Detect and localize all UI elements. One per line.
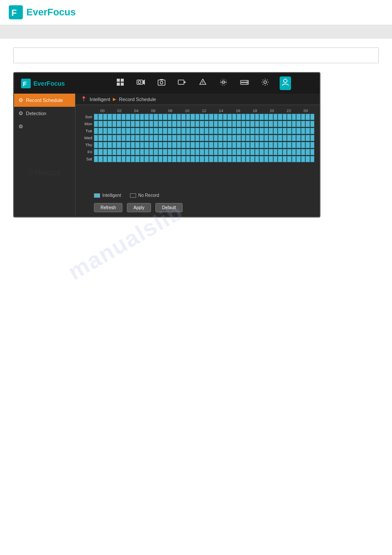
schedule-cell[interactable] — [94, 142, 98, 148]
schedule-cell[interactable] — [227, 114, 231, 120]
schedule-cell[interactable] — [112, 114, 116, 120]
schedule-cell[interactable] — [259, 114, 263, 120]
schedule-cell[interactable] — [283, 156, 287, 162]
schedule-cell[interactable] — [259, 135, 263, 141]
schedule-cell[interactable] — [306, 128, 309, 134]
schedule-cell[interactable] — [195, 142, 199, 148]
schedule-cell[interactable] — [168, 149, 172, 155]
schedule-cell[interactable] — [117, 149, 121, 155]
schedule-cell[interactable] — [103, 156, 107, 162]
schedule-cell[interactable] — [131, 156, 135, 162]
schedule-cell[interactable] — [246, 128, 250, 134]
schedule-cell[interactable] — [255, 142, 259, 148]
schedule-cell[interactable] — [223, 135, 227, 141]
schedule-cell[interactable] — [227, 135, 231, 141]
schedule-cell[interactable] — [237, 156, 241, 162]
schedule-cell[interactable] — [223, 128, 227, 134]
schedule-cell[interactable] — [223, 121, 227, 127]
schedule-cell[interactable] — [98, 128, 102, 134]
schedule-cell[interactable] — [98, 114, 102, 120]
schedule-cell[interactable] — [227, 142, 231, 148]
schedule-cell[interactable] — [154, 121, 158, 127]
schedule-cell[interactable] — [168, 128, 172, 134]
schedule-cell[interactable] — [163, 128, 167, 134]
schedule-cell[interactable] — [131, 114, 135, 120]
schedule-cell[interactable] — [292, 135, 296, 141]
schedule-cell[interactable] — [144, 149, 148, 155]
schedule-cell[interactable] — [273, 121, 277, 127]
schedule-cell[interactable] — [122, 149, 126, 155]
schedule-cell[interactable] — [195, 135, 199, 141]
schedule-cell[interactable] — [246, 114, 250, 120]
schedule-cell[interactable] — [278, 142, 282, 148]
schedule-cell[interactable] — [181, 156, 185, 162]
sidebar-item-extra[interactable]: ⚙ — [14, 120, 75, 133]
schedule-cell[interactable] — [108, 128, 111, 134]
record-nav-icon[interactable] — [176, 77, 188, 90]
schedule-cell[interactable] — [209, 149, 213, 155]
schedule-cell[interactable] — [94, 135, 98, 141]
schedule-cell[interactable] — [310, 128, 314, 134]
schedule-cell[interactable] — [232, 135, 236, 141]
schedule-cell[interactable] — [246, 142, 250, 148]
schedule-cell[interactable] — [310, 135, 314, 141]
schedule-cell[interactable] — [112, 142, 116, 148]
schedule-cell[interactable] — [158, 114, 162, 120]
schedule-cell[interactable] — [205, 149, 209, 155]
schedule-cell[interactable] — [135, 121, 139, 127]
schedule-cell[interactable] — [310, 121, 314, 127]
schedule-cell[interactable] — [181, 142, 185, 148]
schedule-cell[interactable] — [227, 156, 231, 162]
schedule-cell[interactable] — [140, 135, 144, 141]
schedule-cell[interactable] — [209, 135, 213, 141]
schedule-cell[interactable] — [154, 156, 158, 162]
schedule-cell[interactable] — [144, 142, 148, 148]
schedule-cell[interactable] — [103, 128, 107, 134]
schedule-cell[interactable] — [209, 142, 213, 148]
schedule-cell[interactable] — [140, 121, 144, 127]
schedule-cell[interactable] — [126, 135, 130, 141]
schedule-cell[interactable] — [191, 121, 194, 127]
schedule-cell[interactable] — [122, 142, 126, 148]
schedule-cell[interactable] — [200, 114, 204, 120]
schedule-cell[interactable] — [135, 142, 139, 148]
schedule-cell[interactable] — [195, 121, 199, 127]
schedule-cell[interactable] — [214, 121, 218, 127]
schedule-cell[interactable] — [246, 156, 250, 162]
schedule-cell[interactable] — [131, 135, 135, 141]
schedule-cell[interactable] — [241, 142, 245, 148]
schedule-cell[interactable] — [135, 114, 139, 120]
schedule-cell[interactable] — [94, 128, 98, 134]
schedule-cell[interactable] — [259, 121, 263, 127]
schedule-cell[interactable] — [306, 121, 309, 127]
schedule-cell[interactable] — [273, 128, 277, 134]
schedule-cell[interactable] — [158, 142, 162, 148]
schedule-cell[interactable] — [168, 135, 172, 141]
schedule-cell[interactable] — [158, 135, 162, 141]
schedule-cell[interactable] — [98, 142, 102, 148]
schedule-cell[interactable] — [306, 156, 309, 162]
schedule-cell[interactable] — [250, 114, 254, 120]
schedule-cell[interactable] — [177, 149, 181, 155]
schedule-cell[interactable] — [278, 128, 282, 134]
schedule-cell[interactable] — [223, 156, 227, 162]
schedule-cell[interactable] — [292, 128, 296, 134]
schedule-cell[interactable] — [122, 121, 126, 127]
schedule-cell[interactable] — [264, 135, 268, 141]
alarm-nav-icon[interactable] — [197, 76, 209, 90]
schedule-cells-sat[interactable] — [94, 156, 314, 162]
schedule-cell[interactable] — [103, 114, 107, 120]
schedule-cell[interactable] — [250, 128, 254, 134]
schedule-cell[interactable] — [154, 149, 158, 155]
schedule-cell[interactable] — [264, 142, 268, 148]
schedule-cell[interactable] — [246, 121, 250, 127]
schedule-cells-wed[interactable] — [94, 135, 314, 141]
schedule-cell[interactable] — [168, 121, 172, 127]
schedule-cell[interactable] — [177, 142, 181, 148]
schedule-cell[interactable] — [144, 128, 148, 134]
schedule-cell[interactable] — [98, 156, 102, 162]
schedule-cell[interactable] — [149, 142, 153, 148]
schedule-cell[interactable] — [205, 121, 209, 127]
schedule-cell[interactable] — [191, 128, 194, 134]
schedule-cell[interactable] — [209, 156, 213, 162]
